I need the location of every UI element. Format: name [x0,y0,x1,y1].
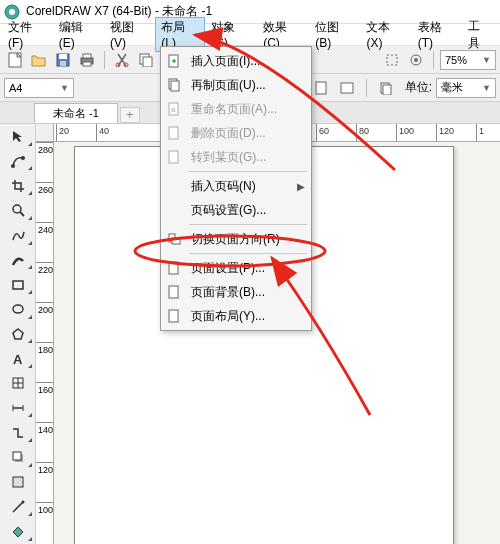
ruler-tick: 40 [96,124,136,142]
menu-tools[interactable]: 工具 [462,16,498,54]
menu-item-label: 切换页面方向(R) [191,231,305,248]
menu-view[interactable]: 视图(V) [104,17,155,52]
svg-point-17 [414,58,418,62]
save-button[interactable] [52,49,74,71]
zoom-combo[interactable]: 75%▼ [440,50,496,70]
ruler-tick: 1 [476,124,500,142]
print-button[interactable] [76,49,98,71]
svg-point-23 [21,156,25,160]
paper-size-combo[interactable]: A4▼ [4,78,74,98]
svg-text:a: a [171,105,176,114]
cut-button[interactable] [111,49,133,71]
eyedropper-tool[interactable] [2,496,34,519]
menu-page-layout[interactable]: 页面布局(Y)... [161,304,311,328]
menu-table[interactable]: 表格(T) [412,17,463,52]
rectangle-tool[interactable] [2,273,34,296]
tab-label: 未命名 -1 [53,106,99,121]
freehand-tool[interactable] [2,224,34,247]
svg-point-39 [22,500,25,503]
svg-marker-28 [13,329,23,339]
menu-bar: 文件(F) 编辑(E) 视图(V) 布局(L) 对象(C) 效果(C) 位图(B… [0,24,500,46]
document-tab[interactable]: 未命名 -1 [34,103,118,123]
menu-rename-page[interactable]: a 重命名页面(A)... [161,97,311,121]
page-background-icon [165,283,183,301]
connector-tool[interactable] [2,421,34,444]
ruler-tick: 80 [356,124,396,142]
menu-page-setup[interactable]: 页面设置(P)... [161,256,311,280]
all-pages-button[interactable] [375,77,397,99]
text-tool[interactable]: A [2,347,34,370]
ruler-tick: 0 [36,124,56,142]
menu-edit[interactable]: 编辑(E) [53,17,104,52]
open-button[interactable] [28,49,50,71]
toolbox: A [0,124,36,544]
menu-item-label: 插入页码(N) [191,178,297,195]
svg-rect-8 [83,62,91,66]
ruler-tick: 240 [36,222,53,262]
svg-rect-7 [83,54,91,58]
dimension-tool[interactable] [2,397,34,420]
toolbar-separator [366,79,367,97]
menu-insert-page[interactable]: 插入页面(I)... [161,49,311,73]
menu-file[interactable]: 文件(F) [2,17,53,52]
pick-tool[interactable] [2,125,34,148]
menu-item-label: 插入页面(I)... [191,53,305,70]
blank-icon [165,201,183,219]
ruler-tick: 280 [36,142,53,182]
options-button[interactable] [405,49,427,71]
new-button[interactable] [4,49,26,71]
artistic-media-tool[interactable] [2,249,34,272]
svg-rect-53 [169,310,178,322]
rename-page-icon: a [165,100,183,118]
menu-page-background[interactable]: 页面背景(B)... [161,280,311,304]
ruler-tick: 140 [36,422,53,462]
menu-separator [189,224,307,225]
menu-page-number-settings[interactable]: 页码设置(G)... [161,198,311,222]
svg-rect-36 [13,477,23,487]
copy-button[interactable] [135,49,157,71]
menu-item-label: 重命名页面(A)... [191,101,305,118]
menu-bitmaps[interactable]: 位图(B) [309,17,360,52]
paper-size-value: A4 [9,82,22,94]
svg-rect-19 [341,83,353,93]
vertical-ruler[interactable]: 280 260 240 220 200 180 160 140 120 100 [36,142,54,544]
svg-point-27 [13,305,23,313]
svg-point-22 [11,164,15,168]
menu-text[interactable]: 文本(X) [360,17,411,52]
svg-point-1 [9,9,15,15]
svg-rect-35 [13,452,21,460]
transparency-tool[interactable] [2,471,34,494]
zoom-tool[interactable] [2,199,34,222]
landscape-button[interactable] [336,77,358,99]
unit-combo[interactable]: 毫米▼ [436,78,496,98]
layout-dropdown-menu: 插入页面(I)... 再制页面(U)... a 重命名页面(A)... 删除页面… [160,46,312,331]
dropdown-arrow-icon: ▼ [482,55,491,65]
snap-button[interactable] [381,49,403,71]
ruler-tick: 120 [36,462,53,502]
add-tab-button[interactable]: + [120,107,140,123]
svg-rect-48 [169,151,178,163]
svg-rect-15 [387,55,397,65]
polygon-tool[interactable] [2,323,34,346]
menu-item-label: 页面设置(P)... [191,260,305,277]
menu-duplicate-page[interactable]: 再制页面(U)... [161,73,311,97]
svg-rect-26 [13,281,23,289]
menu-insert-page-number[interactable]: 插入页码(N) ▶ [161,174,311,198]
blank-icon [165,177,183,195]
table-tool[interactable] [2,372,34,395]
svg-rect-52 [169,286,178,298]
portrait-button[interactable] [310,77,332,99]
fill-tool[interactable] [2,520,34,543]
shape-tool[interactable] [2,150,34,173]
ruler-tick: 260 [36,182,53,222]
menu-delete-page[interactable]: 删除页面(D)... [161,121,311,145]
crop-tool[interactable] [2,174,34,197]
ellipse-tool[interactable] [2,298,34,321]
drop-shadow-tool[interactable] [2,446,34,469]
zoom-value: 75% [445,54,467,66]
ruler-tick: 120 [436,124,476,142]
menu-goto-page[interactable]: 转到某页(G)... [161,145,311,169]
dropdown-arrow-icon: ▼ [482,83,491,93]
menu-switch-orientation[interactable]: 切换页面方向(R) [161,227,311,251]
goto-page-icon [165,148,183,166]
